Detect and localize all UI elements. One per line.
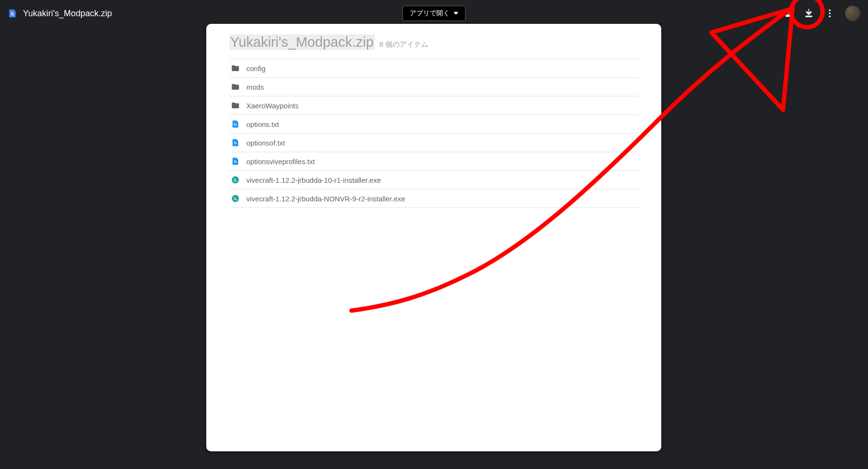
document-icon xyxy=(8,8,17,19)
document-icon xyxy=(231,157,240,166)
file-item[interactable]: XaeroWaypoints xyxy=(229,96,638,115)
open-with-section: アプリで開く xyxy=(402,6,466,21)
archive-content-card: Yukakiri's_Modpack.zip 8 個のアイテム configmo… xyxy=(206,24,661,451)
open-with-label: アプリで開く xyxy=(410,9,450,18)
top-bar: Yukakiri's_Modpack.zip アプリで開く xyxy=(0,0,868,27)
download-icon xyxy=(804,8,814,19)
avatar[interactable] xyxy=(845,6,860,21)
card-header: Yukakiri's_Modpack.zip 8 個のアイテム xyxy=(229,34,638,59)
executable-icon xyxy=(231,176,240,184)
document-icon xyxy=(231,120,240,128)
file-item-name: vivecraft-1.12.2-jrbudda-NONVR-9-r2-inst… xyxy=(246,195,405,203)
chevron-down-icon xyxy=(454,11,458,16)
file-item[interactable]: optionsviveprofiles.txt xyxy=(229,152,638,171)
file-item[interactable]: vivecraft-1.12.2-jrbudda-NONVR-9-r2-inst… xyxy=(229,189,638,208)
file-item-name: mods xyxy=(246,83,264,91)
file-item-name: optionsof.txt xyxy=(246,139,285,147)
svg-point-2 xyxy=(829,16,831,18)
add-people-button[interactable] xyxy=(782,8,794,19)
file-item-name: optionsviveprofiles.txt xyxy=(246,157,315,166)
file-item-name: vivecraft-1.12.2-jrbudda-10-r1-installer… xyxy=(246,176,381,184)
file-list: configmodsXaeroWaypointsoptions.txtoptio… xyxy=(229,59,638,208)
svg-point-1 xyxy=(829,12,831,14)
add-person-icon xyxy=(783,8,793,19)
file-item-name: XaeroWaypoints xyxy=(246,102,299,110)
folder-icon xyxy=(231,83,240,91)
file-item-name: options.txt xyxy=(246,120,279,128)
open-with-button[interactable]: アプリで開く xyxy=(402,6,466,21)
file-item[interactable]: options.txt xyxy=(229,115,638,134)
svg-point-0 xyxy=(829,10,831,11)
file-item[interactable]: vivecraft-1.12.2-jrbudda-10-r1-installer… xyxy=(229,171,638,189)
folder-icon xyxy=(231,101,240,110)
more-options-button[interactable] xyxy=(824,8,836,19)
archive-title: Yukakiri's_Modpack.zip xyxy=(229,34,375,50)
file-title-section: Yukakiri's_Modpack.zip xyxy=(8,8,112,19)
more-vertical-icon xyxy=(825,8,835,19)
page-title: Yukakiri's_Modpack.zip xyxy=(23,9,112,19)
file-item[interactable]: mods xyxy=(229,78,638,96)
document-icon xyxy=(231,138,240,147)
executable-icon xyxy=(231,194,240,203)
file-item-name: config xyxy=(246,64,265,73)
item-count-label: 8 個のアイテム xyxy=(380,40,429,49)
folder-icon xyxy=(231,64,240,73)
file-item[interactable]: config xyxy=(229,59,638,78)
file-item[interactable]: optionsof.txt xyxy=(229,134,638,152)
download-button[interactable] xyxy=(803,8,815,19)
actions-section xyxy=(782,6,860,21)
